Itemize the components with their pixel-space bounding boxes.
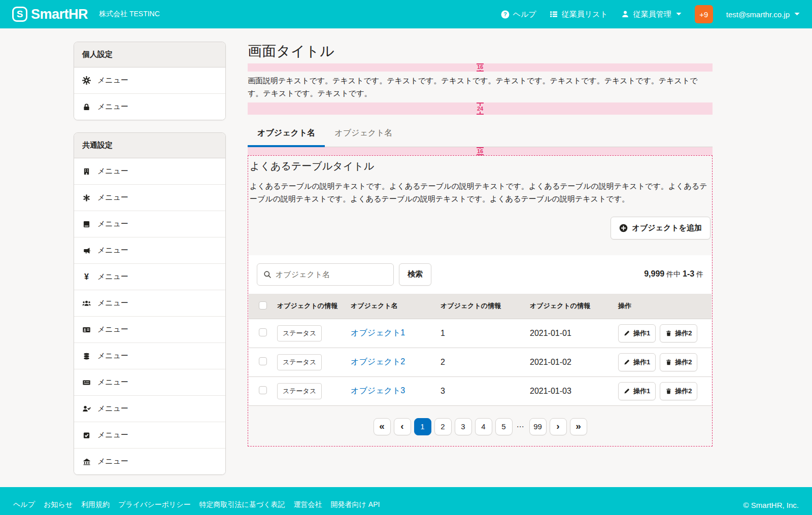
add-object-button[interactable]: オブジェクトを追加 bbox=[611, 217, 710, 239]
footer-link-commercial-law[interactable]: 特定商取引法に基づく表記 bbox=[199, 500, 285, 509]
add-object-label: オブジェクトを追加 bbox=[632, 223, 702, 233]
row-checkbox[interactable] bbox=[259, 357, 267, 365]
section-description: よくあるテーブルの説明テキストです。よくあるテーブルの説明テキストです。よくある… bbox=[250, 180, 712, 205]
tab-object-1[interactable]: オブジェクト名 bbox=[248, 122, 325, 147]
footer-link-company[interactable]: 運営会社 bbox=[294, 500, 322, 509]
smarthr-logo[interactable]: S SmartHR bbox=[12, 7, 88, 22]
object-value: 2 bbox=[436, 348, 526, 376]
content-layout: 個人設定 メニュー メニュー 共通設定 メニュー bbox=[0, 28, 812, 487]
object-link[interactable]: オブジェクト3 bbox=[351, 386, 405, 395]
sidebar-item-label: メニュー bbox=[97, 246, 128, 255]
header-left: S SmartHR 株式会社 TESTINC bbox=[12, 7, 160, 22]
action1-button[interactable]: 操作1 bbox=[618, 324, 656, 342]
sidebar-item-label: メニュー bbox=[97, 298, 128, 308]
svg-text:?: ? bbox=[503, 11, 507, 17]
copyright: © SmartHR, Inc. bbox=[743, 501, 799, 509]
search-button[interactable]: 検索 bbox=[399, 263, 431, 286]
table-row: ステータス オブジェクト1 1 2021-01-01 操作1 bbox=[249, 319, 712, 348]
sidebar-item-label: メニュー bbox=[97, 102, 128, 112]
action1-button[interactable]: 操作1 bbox=[618, 353, 656, 371]
select-all-checkbox[interactable] bbox=[259, 301, 267, 310]
notification-badge[interactable]: +9 bbox=[695, 5, 713, 23]
pagination-page-5[interactable]: 5 bbox=[495, 418, 513, 435]
sidebar-item-menu[interactable]: メニュー bbox=[74, 185, 225, 211]
status-badge: ステータス bbox=[277, 354, 322, 370]
spacing-value: 24 bbox=[477, 106, 484, 112]
pagination-page-99[interactable]: 99 bbox=[529, 418, 547, 435]
footer-link-privacy[interactable]: プライバシーポリシー bbox=[118, 500, 191, 509]
footer-link-help[interactable]: ヘルプ bbox=[13, 500, 35, 509]
employee-list-label: 従業員リスト bbox=[562, 10, 608, 19]
money-check-icon bbox=[82, 378, 91, 387]
chevron-down-icon bbox=[676, 12, 682, 16]
action2-button[interactable]: 操作2 bbox=[660, 353, 697, 371]
table-card: 検索 9,999 件中 1-3 件 オブジェクトの情報 オブジェクト名 bbox=[249, 255, 712, 406]
footer-link-news[interactable]: お知らせ bbox=[44, 500, 73, 509]
app-header: S SmartHR 株式会社 TESTINC ? ヘルプ 従業員リスト 従業員管… bbox=[0, 0, 812, 28]
check-square-icon bbox=[82, 431, 91, 439]
sidebar-item-menu[interactable]: メニュー bbox=[74, 396, 225, 422]
sidebar-item-menu[interactable]: メニュー bbox=[74, 67, 225, 94]
pagination-next-button[interactable]: › bbox=[550, 418, 567, 435]
help-link[interactable]: ? ヘルプ bbox=[501, 10, 536, 19]
action1-button[interactable]: 操作1 bbox=[618, 382, 656, 400]
pagination-page-3[interactable]: 3 bbox=[455, 418, 472, 435]
help-link-label: ヘルプ bbox=[513, 10, 536, 19]
sidebar-item-menu[interactable]: メニュー bbox=[74, 317, 225, 343]
sidebar-item-menu[interactable]: メニュー bbox=[74, 449, 225, 474]
plus-circle-icon bbox=[619, 224, 628, 232]
users-icon bbox=[82, 299, 91, 307]
chevron-down-icon bbox=[794, 12, 800, 16]
sidebar-item-menu[interactable]: メニュー bbox=[74, 343, 225, 369]
trash-icon bbox=[665, 359, 672, 366]
pagination-first-button[interactable]: « bbox=[374, 418, 391, 435]
pagination-page-1[interactable]: 1 bbox=[414, 418, 431, 435]
table-row: ステータス オブジェクト2 2 2021-01-02 操作1 bbox=[249, 348, 712, 376]
sidebar-item-menu[interactable]: メニュー bbox=[74, 158, 225, 185]
sidebar-item-label: メニュー bbox=[97, 430, 128, 440]
sidebar-item-menu[interactable]: メニュー bbox=[74, 94, 225, 120]
account-menu[interactable]: test@smarthr.co.jp bbox=[726, 10, 800, 19]
action2-button[interactable]: 操作2 bbox=[660, 382, 697, 400]
status-badge: ステータス bbox=[277, 325, 322, 341]
pagination-last-button[interactable]: » bbox=[570, 418, 587, 435]
pencil-icon bbox=[624, 359, 630, 365]
search-box bbox=[257, 263, 394, 286]
sidebar-item-menu[interactable]: ¥ メニュー bbox=[74, 264, 225, 290]
action1-label: 操作1 bbox=[633, 387, 650, 396]
tab-bar: オブジェクト名 オブジェクト名 bbox=[248, 122, 713, 147]
sidebar-item-menu[interactable]: メニュー bbox=[74, 211, 225, 237]
footer-link-terms[interactable]: 利用規約 bbox=[81, 500, 110, 509]
pagination: « ‹ 1 2 3 4 5 ⋯ 99 › » bbox=[249, 406, 712, 444]
range-count: 1-3 bbox=[683, 269, 694, 278]
search-input[interactable] bbox=[276, 270, 387, 279]
pagination-page-2[interactable]: 2 bbox=[434, 418, 452, 435]
employee-list-link[interactable]: 従業員リスト bbox=[550, 10, 608, 19]
sidebar-item-label: メニュー bbox=[97, 404, 128, 414]
action2-button[interactable]: 操作2 bbox=[660, 324, 697, 342]
pagination-prev-button[interactable]: ‹ bbox=[394, 418, 411, 435]
pagination-page-4[interactable]: 4 bbox=[475, 418, 492, 435]
row-checkbox[interactable] bbox=[259, 386, 267, 394]
spacing-annotation-16: 16 bbox=[248, 63, 713, 72]
sidebar-item-menu[interactable]: メニュー bbox=[74, 422, 225, 449]
search-row: 検索 9,999 件中 1-3 件 bbox=[249, 255, 712, 294]
database-icon bbox=[82, 352, 91, 360]
pagination-ellipsis: ⋯ bbox=[516, 422, 526, 431]
action2-label: 操作2 bbox=[675, 358, 692, 367]
employee-admin-menu[interactable]: 従業員管理 bbox=[621, 10, 682, 19]
footer-link-developer-api[interactable]: 開発者向け API bbox=[331, 500, 380, 509]
tab-object-2[interactable]: オブジェクト名 bbox=[325, 122, 402, 147]
total-count: 9,999 bbox=[644, 269, 664, 278]
object-link[interactable]: オブジェクト1 bbox=[351, 328, 405, 337]
user-check-icon bbox=[82, 404, 91, 413]
gear-icon bbox=[82, 76, 91, 85]
page-description: 画面説明テキストです。テキストです。テキストです。テキストです。テキストです。テ… bbox=[248, 75, 713, 100]
row-checkbox[interactable] bbox=[259, 328, 267, 336]
object-date: 2021-01-02 bbox=[526, 348, 614, 376]
object-link[interactable]: オブジェクト2 bbox=[351, 357, 405, 366]
sidebar-item-menu[interactable]: メニュー bbox=[74, 369, 225, 396]
sidebar-item-menu[interactable]: メニュー bbox=[74, 290, 225, 317]
section-title: よくあるテーブルタイトル bbox=[250, 159, 712, 173]
sidebar-item-menu[interactable]: メニュー bbox=[74, 237, 225, 264]
